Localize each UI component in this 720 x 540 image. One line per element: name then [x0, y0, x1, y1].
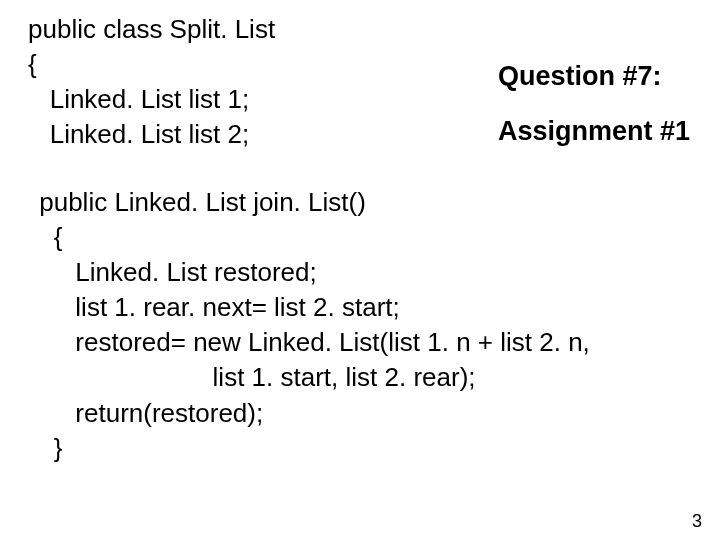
page-number: 3	[692, 511, 702, 532]
code-line: Linked. List list 1;	[28, 82, 275, 117]
code-line: public Linked. List join. List()	[32, 185, 590, 220]
method-block: public Linked. List join. List() { Linke…	[32, 185, 590, 466]
code-line: public class Split. List	[28, 12, 275, 47]
assignment-label: Assignment #1	[498, 107, 690, 156]
code-line: Linked. List list 2;	[28, 117, 275, 152]
code-line: list 1. start, list 2. rear);	[32, 360, 590, 395]
question-label: Question #7:	[498, 52, 690, 101]
code-line: return(restored);	[32, 396, 590, 431]
code-line: Linked. List restored;	[32, 255, 590, 290]
class-declaration-block: public class Split. List { Linked. List …	[28, 12, 275, 152]
code-line: {	[32, 220, 590, 255]
header-right: Question #7: Assignment #1	[498, 52, 690, 155]
code-line: restored= new Linked. List(list 1. n + l…	[32, 325, 590, 360]
code-line: {	[28, 47, 275, 82]
code-line: }	[32, 431, 590, 466]
slide: Question #7: Assignment #1 public class …	[0, 0, 720, 540]
code-line: list 1. rear. next= list 2. start;	[32, 290, 590, 325]
